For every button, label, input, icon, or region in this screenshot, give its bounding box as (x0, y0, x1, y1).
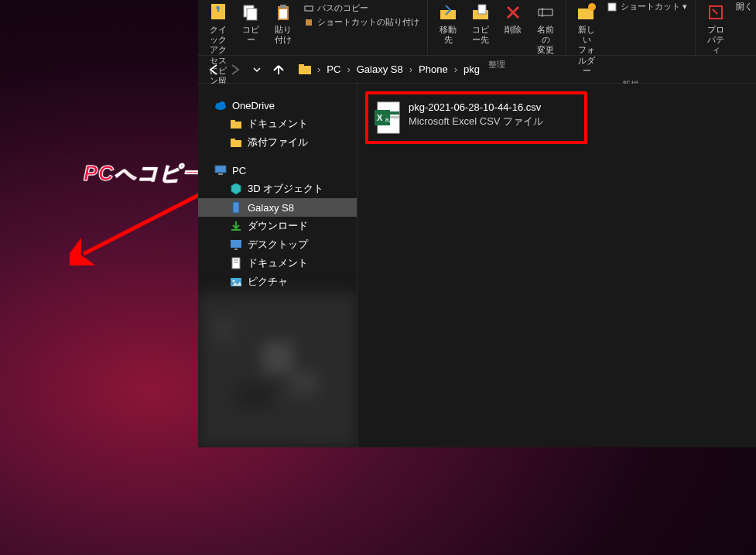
svg-text:X: X (377, 113, 383, 122)
ribbon-open[interactable]: 開く (733, 0, 756, 13)
svg-rect-12 (478, 5, 486, 14)
folder-icon (229, 135, 243, 149)
file-list[interactable]: X a, pkg-2021-06-28-10-44-16.csv Microso… (357, 84, 756, 447)
ribbon-new-folder[interactable]: 新しい フォルダー (571, 0, 602, 77)
sidebar-item-label: ドキュメント (248, 117, 308, 131)
sidebar-item-label: 添付ファイル (248, 135, 308, 149)
ribbon-label: 移動先 (437, 25, 459, 45)
download-icon (229, 219, 243, 233)
redacted-area (198, 293, 357, 447)
folder-icon (229, 117, 243, 131)
shortcut-icon (607, 2, 617, 12)
sidebar-item-label: ピクチャ (248, 275, 288, 289)
copyto-icon (470, 2, 491, 23)
svg-rect-42 (390, 111, 399, 115)
ribbon-move-to[interactable]: 移動先 (433, 0, 464, 57)
svg-rect-29 (218, 173, 223, 175)
sidebar-item-label: デスクトップ (248, 238, 308, 252)
ribbon-label: 開く (736, 1, 753, 12)
sidebar-item-3d-オブジェクト[interactable]: 3D オブジェクト (198, 180, 357, 198)
svg-text:a,: a, (385, 116, 391, 123)
annotation-text: PCへコピー (84, 159, 204, 187)
ribbon-properties[interactable]: プロパティ (700, 0, 731, 57)
path-icon (303, 3, 314, 14)
excel-csv-icon: X a, (375, 101, 401, 135)
rename-icon (535, 2, 556, 23)
svg-rect-30 (233, 202, 239, 213)
file-type: Microsoft Excel CSV ファイル (409, 115, 543, 128)
sidebar-item-galaxy-s8[interactable]: Galaxy S8 (198, 198, 357, 217)
svg-rect-32 (231, 240, 241, 248)
ribbon-label: コピー (240, 25, 262, 45)
shortcut-paste-icon (303, 17, 314, 28)
ribbon-paste-shortcut[interactable]: ショートカットの貼り付け (300, 15, 422, 29)
sidebar-item-ドキュメント[interactable]: ドキュメント (198, 115, 357, 133)
ribbon-label: ショートカットの貼り付け (317, 16, 419, 28)
svg-rect-9 (306, 19, 312, 26)
svg-point-16 (588, 3, 596, 11)
ribbon-label: パスのコピー (317, 2, 368, 14)
sidebar-item-デスクトップ[interactable]: デスクトップ (198, 235, 357, 254)
breadcrumb-separator: › (453, 63, 459, 75)
desktop-icon (229, 238, 243, 252)
svg-rect-31 (231, 229, 241, 231)
sidebar-item-label: OneDrive (232, 100, 275, 111)
pin-icon (207, 2, 229, 23)
svg-rect-7 (279, 9, 287, 19)
file-explorer-window: クイック アクセス にピン留めする コピー 貼り付け (198, 0, 756, 447)
breadcrumb-item[interactable]: pkg (460, 62, 483, 77)
sidebar-tree: OneDriveドキュメント添付ファイルPC3D オブジェクトGalaxy S8… (198, 84, 357, 447)
svg-rect-4 (247, 9, 257, 20)
sidebar-item-onedrive[interactable]: OneDrive (198, 96, 357, 115)
doc-icon (229, 256, 243, 270)
sidebar-item-label: Galaxy S8 (248, 202, 294, 214)
sidebar-item-pc[interactable]: PC (198, 161, 357, 180)
pictures-icon (229, 275, 243, 289)
ribbon-shortcut[interactable]: ショートカット ▾ (604, 0, 690, 13)
ribbon-delete[interactable]: 削除 (498, 0, 529, 57)
ribbon-copy-path[interactable]: パスのコピー (300, 2, 422, 15)
ribbon-label: 削除 (505, 25, 522, 35)
copy-icon (240, 2, 262, 23)
sidebar-item-ピクチャ[interactable]: ピクチャ (198, 272, 357, 291)
svg-rect-33 (234, 248, 238, 250)
ribbon-copy-to[interactable]: コピー先 (465, 0, 496, 57)
ribbon-label: 名前の 変更 (535, 25, 556, 56)
ribbon-label: プロパティ (705, 25, 727, 56)
svg-point-38 (233, 280, 235, 283)
properties-icon (705, 2, 727, 23)
svg-rect-24 (231, 122, 241, 128)
svg-rect-28 (215, 166, 226, 173)
device-icon (229, 200, 243, 214)
ribbon-rename[interactable]: 名前の 変更 (530, 0, 561, 57)
cloud-icon (214, 98, 227, 112)
svg-rect-43 (390, 116, 399, 118)
ribbon-label: 貼り付け (272, 25, 294, 45)
sidebar-item-ドキュメント[interactable]: ドキュメント (198, 254, 357, 272)
sidebar-item-label: ドキュメント (248, 256, 308, 270)
ribbon-group-label: 整理 (488, 57, 505, 72)
svg-rect-6 (280, 5, 286, 8)
sidebar-item-label: 3D オブジェクト (248, 182, 323, 196)
sidebar-item-label: ダウンロード (248, 219, 308, 233)
sidebar-item-ダウンロード[interactable]: ダウンロード (198, 217, 357, 235)
svg-rect-8 (305, 6, 313, 11)
svg-rect-27 (231, 139, 235, 141)
file-name: pkg-2021-06-28-10-44-16.csv (409, 101, 543, 115)
delete-icon (502, 2, 524, 23)
file-item-csv[interactable]: X a, pkg-2021-06-28-10-44-16.csv Microso… (365, 91, 587, 144)
newfolder-icon (576, 2, 597, 23)
svg-point-23 (219, 101, 225, 108)
moveto-icon (437, 2, 459, 23)
ribbon-label: 新しい フォルダー (576, 25, 597, 76)
svg-rect-13 (539, 9, 552, 15)
3d-icon (229, 182, 243, 196)
svg-rect-17 (608, 3, 616, 11)
pc-icon (214, 163, 227, 177)
svg-rect-2 (211, 13, 225, 19)
svg-rect-26 (231, 140, 241, 147)
ribbon-label: ショートカット ▾ (621, 1, 687, 12)
sidebar-item-label: PC (232, 165, 246, 176)
svg-rect-34 (232, 258, 240, 269)
sidebar-item-添付ファイル[interactable]: 添付ファイル (198, 133, 357, 152)
